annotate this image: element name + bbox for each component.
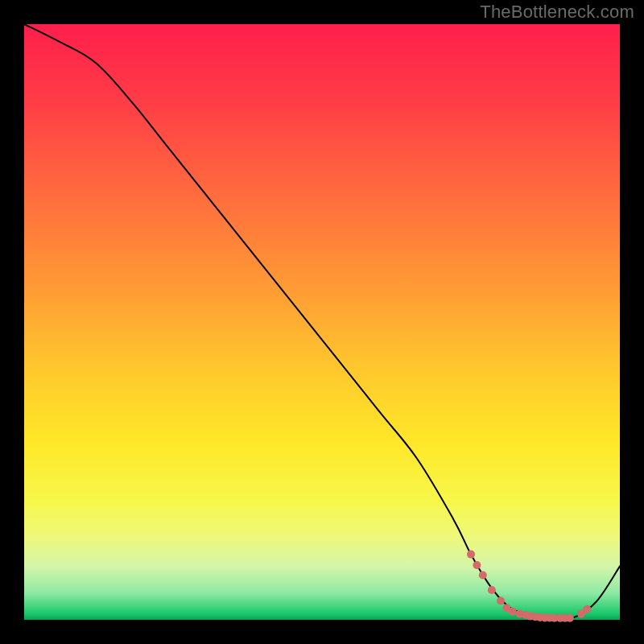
marker-dot [473, 561, 481, 569]
marker-dot [566, 614, 574, 622]
marker-dot [497, 597, 505, 605]
marker-dot [488, 586, 496, 594]
watermark-text: TheBottleneck.com [480, 2, 634, 23]
marker-dot [467, 551, 475, 559]
gradient-background [24, 24, 620, 620]
marker-dot [583, 605, 591, 613]
marker-dot [479, 572, 487, 580]
chart-stage: TheBottleneck.com [0, 0, 644, 644]
marker-dot [509, 608, 517, 616]
chart-svg [0, 0, 644, 644]
